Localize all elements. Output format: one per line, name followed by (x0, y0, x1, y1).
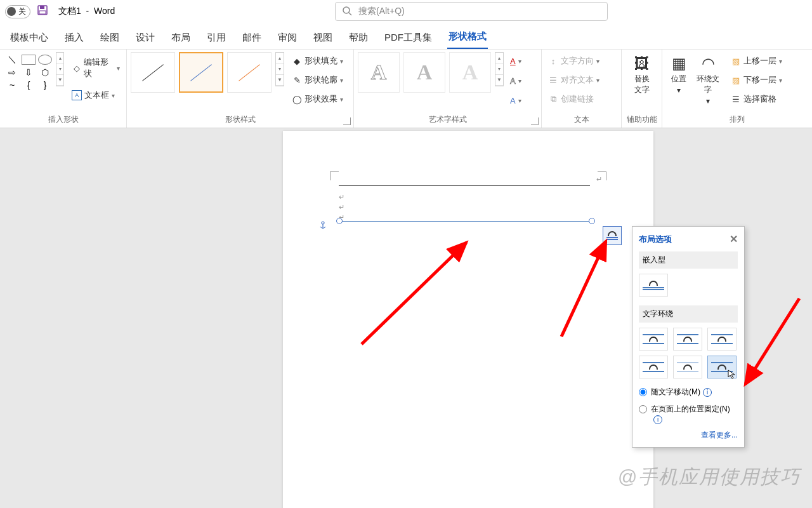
tab-mail[interactable]: 邮件 (241, 27, 263, 49)
svg-rect-1 (40, 6, 44, 9)
outline-icon: ✎ (292, 75, 302, 85)
group-text: ↕ 文字方向▾ ☰ 对齐文本▾ ⧉ 创建链接 文本 (542, 50, 622, 128)
tab-draw[interactable]: 绘图 (99, 27, 121, 49)
wordart-launcher[interactable] (531, 117, 539, 125)
tab-help[interactable]: 帮助 (348, 27, 369, 49)
ribbon-tabs: 模板中心 插入 绘图 设计 布局 引用 邮件 审阅 视图 帮助 PDF工具集 形… (0, 23, 812, 50)
svg-point-5 (322, 222, 324, 224)
effects-icon: ◯ (292, 94, 302, 104)
info-icon[interactable]: i (703, 388, 712, 397)
group-label-accessibility: 辅助功能 (625, 112, 658, 128)
group-accessibility: 🖼 替换 文字 辅助功能 (622, 50, 662, 128)
shape-style-gallery[interactable] (131, 52, 272, 93)
switch-label: 关 (18, 6, 26, 17)
tab-layout[interactable]: 布局 (170, 27, 192, 49)
group-label-arrange: 排列 (666, 112, 808, 128)
align-text-icon: ☰ (548, 75, 558, 85)
tab-design[interactable]: 设计 (134, 27, 156, 49)
wrap-front[interactable] (707, 356, 737, 378)
save-icon[interactable] (37, 4, 48, 18)
tab-references[interactable]: 引用 (206, 27, 227, 49)
popup-title: 布局选项 (639, 234, 672, 245)
para-mark: ↵ (339, 193, 344, 201)
resize-handle-right[interactable] (589, 218, 595, 224)
svg-line-4 (349, 13, 351, 15)
shape-styles-more[interactable]: ▴▾▼ (275, 52, 284, 86)
text-outline-button[interactable]: A▾ (508, 74, 524, 88)
group-label-insert-shapes: 插入形状 (4, 112, 122, 128)
wordart-more[interactable]: ▴▾▼ (495, 52, 504, 86)
inline-section-title: 嵌入型 (639, 251, 738, 269)
search-input[interactable]: 搜索(Alt+Q) (335, 2, 608, 21)
shape-fill-button[interactable]: ◆ 形状填充▾ (289, 53, 346, 69)
group-label-wordart: 艺术字样式 (358, 112, 537, 128)
para-mark: ↵ (596, 175, 602, 184)
page[interactable]: ↵ ↵ ↵ ↵ (283, 131, 653, 508)
shapes-more[interactable]: ▴▾▼ (56, 52, 64, 86)
text-direction-icon: ↕ (548, 56, 558, 66)
text-effects-button[interactable]: A▾ (508, 94, 524, 107)
wrap-tight[interactable] (673, 328, 702, 351)
group-arrange: ▦ 位置▾ ◠ 环绕文 字▾ ▧ 上移一层▾ ▨ 下移一层▾ ☰ 选择窗格 (662, 50, 812, 128)
edit-shape-button[interactable]: ◇ 编辑形状▾ (69, 55, 122, 81)
tab-insert[interactable]: 插入 (63, 27, 85, 49)
wordart-gallery[interactable]: A A A (358, 52, 491, 93)
resize-handle-left[interactable] (336, 218, 343, 224)
group-wordart: A A A ▴▾▼ A▾ A▾ A▾ 艺术字样式 (354, 50, 542, 128)
alt-text-button[interactable]: 🖼 替换 文字 (629, 52, 655, 98)
para-mark: ↵ (339, 203, 344, 211)
layout-options-button[interactable] (603, 226, 622, 245)
wrap-text-button[interactable]: ◠ 环绕文 字▾ (691, 52, 724, 108)
tab-review[interactable]: 审阅 (277, 27, 298, 49)
move-with-text-radio[interactable]: 随文字移动(M)i (639, 384, 738, 401)
svg-point-3 (343, 7, 350, 13)
create-link-button[interactable]: ⧉ 创建链接 (546, 91, 602, 107)
wrap-behind[interactable] (673, 356, 702, 378)
align-text-button[interactable]: ☰ 对齐文本▾ (546, 72, 602, 88)
selection-pane-icon: ☰ (731, 94, 741, 104)
shape-effects-button[interactable]: ◯ 形状效果▾ (289, 91, 346, 107)
group-label-text: 文本 (546, 112, 617, 128)
group-insert-shapes: ＼ ⇨⇩⬡ ~{} ▴▾▼ ◇ 编辑形状▾ A 文本框▾ 插入形状 (0, 50, 127, 128)
bring-forward-button[interactable]: ▧ 上移一层▾ (728, 53, 785, 69)
info-icon[interactable]: i (653, 415, 662, 424)
watermark: @手机应用使用技巧 (618, 464, 801, 490)
wrap-topbottom[interactable] (639, 356, 668, 378)
send-backward-button[interactable]: ▨ 下移一层▾ (728, 72, 785, 88)
window-title: 文档1 - Word (58, 6, 115, 17)
bring-forward-icon: ▧ (731, 56, 741, 66)
fix-on-page-radio[interactable]: 在页面上的位置固定(N)i (639, 401, 738, 427)
margin-corner-tl (330, 171, 339, 180)
position-button[interactable]: ▦ 位置▾ (666, 52, 691, 97)
shapes-gallery[interactable]: ＼ ⇨⇩⬡ ~{} (5, 55, 53, 91)
tab-shape-format[interactable]: 形状格式 (447, 25, 488, 49)
wrap-inline[interactable] (639, 274, 668, 297)
text-box-button[interactable]: A 文本框▾ (69, 88, 122, 103)
wrap-through[interactable] (707, 328, 737, 351)
see-more-link[interactable]: 查看更多... (639, 427, 738, 441)
textbox-icon: A (72, 90, 82, 100)
svg-rect-2 (39, 11, 46, 14)
selected-line-shape[interactable] (336, 219, 595, 224)
ribbon: ＼ ⇨⇩⬡ ~{} ▴▾▼ ◇ 编辑形状▾ A 文本框▾ 插入形状 (0, 50, 812, 128)
alt-text-icon: 🖼 (634, 55, 650, 72)
text-direction-button[interactable]: ↕ 文字方向▾ (546, 53, 602, 69)
close-icon[interactable]: ✕ (730, 233, 738, 245)
link-icon: ⧉ (548, 94, 558, 104)
text-fill-button[interactable]: A▾ (508, 55, 524, 68)
group-label-shape-styles: 形状样式 (131, 112, 350, 128)
cursor-icon (727, 369, 737, 379)
wrap-square[interactable] (639, 328, 668, 351)
tab-view[interactable]: 视图 (312, 27, 334, 49)
shape-styles-launcher[interactable] (343, 117, 351, 125)
tab-pdftools[interactable]: PDF工具集 (383, 27, 433, 49)
send-backward-icon: ▨ (731, 75, 741, 85)
shape-outline-button[interactable]: ✎ 形状轮廓▾ (289, 72, 346, 88)
selection-pane-button[interactable]: ☰ 选择窗格 (728, 91, 785, 107)
tab-templates[interactable]: 模板中心 (9, 27, 49, 49)
autosave-switch[interactable]: 关 (5, 5, 30, 18)
search-icon (342, 6, 352, 18)
position-icon: ▦ (672, 55, 686, 72)
fill-icon: ◆ (292, 56, 302, 66)
wrap-section-title: 文字环绕 (639, 305, 738, 323)
